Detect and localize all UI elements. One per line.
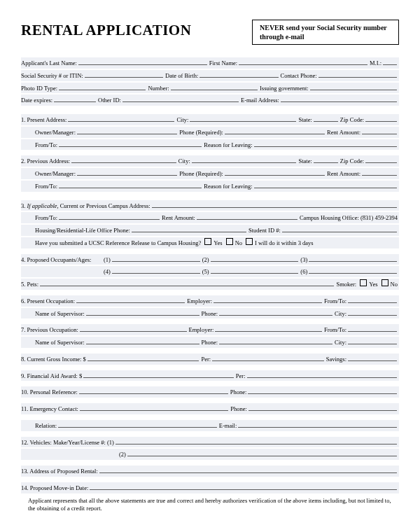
field-state-2[interactable] [314,156,338,163]
field-present-occupation[interactable] [76,296,185,303]
field-occ6[interactable] [309,267,397,274]
row-pets: 5. Pets: Smoker: Yes No [21,279,399,290]
field-rent-3[interactable] [197,213,298,220]
field-campus-address[interactable] [152,201,397,208]
field-other-id[interactable] [122,95,239,102]
field-personal-reference[interactable] [79,387,228,394]
field-occ5[interactable] [211,267,299,274]
field-emergency[interactable] [80,404,228,411]
field-phone-emerg[interactable] [248,404,397,411]
row-supervisor-2: Name of Supervisor: Phone: City: [21,337,399,348]
field-city-1[interactable] [190,115,296,122]
field-fromto-occ2[interactable] [348,325,397,332]
label-s14: 14. Proposed Move-in Date: [21,484,90,493]
row-emergency-relation: Relation: E-mail: [21,420,399,431]
checkbox-smoker-yes[interactable] [360,279,367,286]
field-employer-2[interactable] [215,325,322,332]
field-per-2[interactable] [247,371,398,378]
field-occ3[interactable] [309,255,397,262]
field-photo-id[interactable] [59,83,146,90]
label-s1: 1. Present Address: [21,115,68,125]
field-first-name[interactable] [239,58,368,65]
label-ssn: Social Security # or ITIN: [21,71,85,80]
field-reason-2[interactable] [254,181,397,188]
field-occ1[interactable] [112,255,200,262]
field-zip-2[interactable] [365,156,397,163]
field-housing-phone[interactable] [132,225,246,232]
field-financial-aid[interactable] [83,371,234,378]
field-vehicle-2[interactable] [127,449,397,456]
label-per-2: Per: [236,372,247,381]
label-savings: Savings: [326,355,348,364]
row-previous-occupation: 7. Previous Occupation: Employer: From/T… [21,324,399,335]
field-rent-1[interactable] [362,127,397,134]
field-present-address[interactable] [68,115,174,122]
checkbox-smoker-no[interactable] [382,279,388,286]
field-fromto-2[interactable] [59,181,202,188]
field-number[interactable] [171,83,258,90]
field-previous-occupation[interactable] [80,325,187,332]
field-city-sup2[interactable] [348,337,397,344]
field-vehicle-1[interactable] [115,438,397,444]
field-reason-1[interactable] [254,140,397,147]
field-ssn[interactable] [85,71,163,78]
field-supervisor-2[interactable] [86,337,200,344]
field-owner-1[interactable] [77,127,177,134]
field-phone-sup1[interactable] [219,309,332,316]
field-email[interactable] [281,95,397,102]
label-s5: 5. Pets: [21,280,40,289]
field-zip-1[interactable] [365,115,397,122]
field-income[interactable] [88,354,200,361]
field-employer-1[interactable] [214,296,322,303]
checkbox-ref-within3[interactable] [246,238,253,245]
field-proposed-rental[interactable] [99,466,397,473]
checkbox-ref-yes[interactable] [204,238,211,245]
field-phone-req-2[interactable] [225,169,325,176]
label-issuing-gov: Issuing government: [260,84,310,93]
checkbox-ref-no[interactable] [226,238,233,245]
field-date-expires[interactable] [54,95,96,102]
label-relation: Relation: [35,421,58,430]
label-rent-1: Rent Amount: [327,128,362,137]
field-dob[interactable] [200,71,278,78]
field-phone-ref[interactable] [248,387,397,394]
field-fromto-1[interactable] [59,140,202,147]
field-mi[interactable] [383,58,397,65]
field-rent-2[interactable] [362,169,397,176]
label-no-2: No [391,280,399,289]
field-phone-req-1[interactable] [225,127,325,134]
field-movein-date[interactable] [90,483,397,490]
field-phone-sup2[interactable] [219,337,332,344]
field-per-1[interactable] [212,354,324,361]
field-contact-phone[interactable] [318,71,397,78]
field-pets[interactable] [40,279,334,286]
field-last-name[interactable] [78,58,207,65]
field-previous-address[interactable] [71,156,176,163]
field-fromto-occ1[interactable] [348,296,397,303]
field-savings[interactable] [348,354,397,361]
field-email-emerg[interactable] [238,421,397,428]
field-occ2[interactable] [211,255,299,262]
label-fromto-1: From/To: [35,141,59,150]
field-owner-2[interactable] [77,169,177,176]
field-city-sup1[interactable] [348,309,397,316]
label-city-2: City: [178,157,192,166]
label-campus-office: Campus Housing Office: (831) 459-2394 [300,214,399,223]
label-mi: M.I.: [370,59,383,68]
field-occ4[interactable] [112,267,200,274]
field-student-id[interactable] [282,225,397,232]
label-state-2: State: [298,157,313,166]
label-s3-italic: If applicable, [27,202,59,211]
label-employer-2: Employer: [189,326,216,335]
row-photo-id: Photo ID Type: Number: Issuing governmen… [21,83,399,94]
field-fromto-3[interactable] [59,213,160,220]
field-city-2[interactable] [192,156,297,163]
field-supervisor-1[interactable] [86,309,200,316]
label-email-emerg: E-mail: [219,421,239,430]
label-reason-2: Reason for Leaving: [204,182,253,191]
label-no-1: No [235,239,244,248]
field-relation[interactable] [58,421,217,428]
field-state-1[interactable] [314,115,338,122]
field-issuing-gov[interactable] [310,83,397,90]
label-phone-sup1: Phone: [202,309,220,318]
